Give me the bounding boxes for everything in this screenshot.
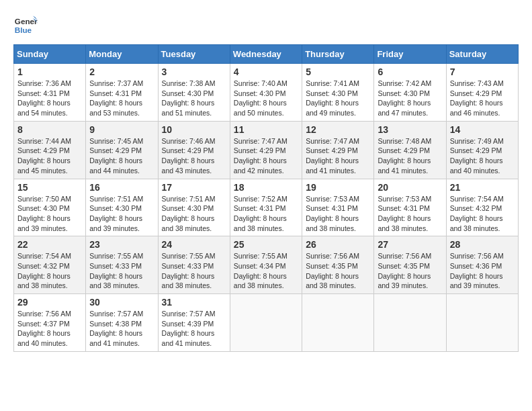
weekday-header-wednesday: Wednesday: [230, 45, 302, 64]
calendar-cell: 16Sunrise: 7:51 AMSunset: 4:30 PMDayligh…: [86, 179, 158, 236]
day-info: Sunrise: 7:40 AMSunset: 4:30 PMDaylight:…: [234, 79, 298, 118]
calendar-cell: 29Sunrise: 7:56 AMSunset: 4:37 PMDayligh…: [14, 294, 86, 352]
calendar-week-row: 15Sunrise: 7:50 AMSunset: 4:30 PMDayligh…: [14, 179, 519, 236]
calendar-cell: 21Sunrise: 7:54 AMSunset: 4:32 PMDayligh…: [446, 179, 518, 236]
day-number: 25: [234, 239, 298, 250]
calendar-cell: 15Sunrise: 7:50 AMSunset: 4:30 PMDayligh…: [14, 179, 86, 236]
day-number: 20: [378, 182, 442, 193]
day-info: Sunrise: 7:57 AMSunset: 4:38 PMDaylight:…: [89, 309, 154, 349]
day-info: Sunrise: 7:43 AMSunset: 4:29 PMDaylight:…: [450, 79, 515, 118]
day-number: 28: [450, 239, 515, 250]
day-info: Sunrise: 7:38 AMSunset: 4:30 PMDaylight:…: [162, 79, 226, 118]
day-info: Sunrise: 7:53 AMSunset: 4:31 PMDaylight:…: [378, 194, 442, 234]
day-info: Sunrise: 7:51 AMSunset: 4:30 PMDaylight:…: [89, 194, 154, 234]
day-info: Sunrise: 7:45 AMSunset: 4:29 PMDaylight:…: [89, 136, 154, 176]
day-info: Sunrise: 7:41 AMSunset: 4:30 PMDaylight:…: [306, 79, 370, 118]
calendar-cell: [230, 294, 302, 352]
calendar-cell: 27Sunrise: 7:56 AMSunset: 4:35 PMDayligh…: [374, 236, 446, 294]
calendar-cell: 18Sunrise: 7:52 AMSunset: 4:31 PMDayligh…: [230, 179, 302, 236]
day-info: Sunrise: 7:54 AMSunset: 4:32 PMDaylight:…: [17, 251, 82, 291]
day-number: 1: [17, 66, 82, 77]
calendar-cell: [374, 294, 446, 352]
day-info: Sunrise: 7:46 AMSunset: 4:29 PMDaylight:…: [162, 136, 226, 176]
day-number: 18: [234, 182, 298, 193]
day-info: Sunrise: 7:55 AMSunset: 4:33 PMDaylight:…: [89, 251, 154, 291]
day-number: 6: [378, 66, 442, 77]
svg-text:Blue: Blue: [15, 26, 32, 34]
weekday-header-friday: Friday: [374, 45, 446, 64]
calendar-cell: 5Sunrise: 7:41 AMSunset: 4:30 PMDaylight…: [302, 64, 374, 122]
day-number: 26: [306, 239, 370, 250]
day-info: Sunrise: 7:56 AMSunset: 4:36 PMDaylight:…: [450, 251, 515, 291]
weekday-header-tuesday: Tuesday: [158, 45, 230, 64]
calendar-cell: 14Sunrise: 7:49 AMSunset: 4:29 PMDayligh…: [446, 121, 518, 179]
calendar-cell: 11Sunrise: 7:47 AMSunset: 4:29 PMDayligh…: [230, 121, 302, 179]
day-info: Sunrise: 7:54 AMSunset: 4:32 PMDaylight:…: [450, 194, 515, 234]
day-info: Sunrise: 7:55 AMSunset: 4:33 PMDaylight:…: [162, 251, 226, 291]
calendar-cell: 31Sunrise: 7:57 AMSunset: 4:39 PMDayligh…: [158, 294, 230, 352]
day-info: Sunrise: 7:47 AMSunset: 4:29 PMDaylight:…: [306, 136, 370, 176]
day-info: Sunrise: 7:47 AMSunset: 4:29 PMDaylight:…: [234, 136, 298, 176]
calendar-week-row: 1Sunrise: 7:36 AMSunset: 4:31 PMDaylight…: [14, 64, 519, 122]
logo: General Blue: [13, 13, 40, 38]
weekday-header-thursday: Thursday: [302, 45, 374, 64]
day-number: 5: [306, 66, 370, 77]
calendar-cell: 12Sunrise: 7:47 AMSunset: 4:29 PMDayligh…: [302, 121, 374, 179]
calendar-cell: 7Sunrise: 7:43 AMSunset: 4:29 PMDaylight…: [446, 64, 518, 122]
calendar-cell: 19Sunrise: 7:53 AMSunset: 4:31 PMDayligh…: [302, 179, 374, 236]
day-info: Sunrise: 7:37 AMSunset: 4:31 PMDaylight:…: [89, 79, 154, 118]
calendar-cell: 26Sunrise: 7:56 AMSunset: 4:35 PMDayligh…: [302, 236, 374, 294]
calendar-header-row: SundayMondayTuesdayWednesdayThursdayFrid…: [14, 45, 519, 64]
day-number: 9: [89, 124, 154, 135]
calendar-cell: 24Sunrise: 7:55 AMSunset: 4:33 PMDayligh…: [158, 236, 230, 294]
calendar-cell: [446, 294, 518, 352]
calendar-cell: 10Sunrise: 7:46 AMSunset: 4:29 PMDayligh…: [158, 121, 230, 179]
page-header: General Blue: [13, 13, 519, 38]
weekday-header-saturday: Saturday: [446, 45, 518, 64]
day-number: 14: [450, 124, 515, 135]
day-number: 12: [306, 124, 370, 135]
calendar-cell: 23Sunrise: 7:55 AMSunset: 4:33 PMDayligh…: [86, 236, 158, 294]
svg-text:General: General: [15, 17, 38, 26]
calendar-cell: 8Sunrise: 7:44 AMSunset: 4:29 PMDaylight…: [14, 121, 86, 179]
day-info: Sunrise: 7:56 AMSunset: 4:35 PMDaylight:…: [306, 251, 370, 291]
calendar-cell: [302, 294, 374, 352]
day-number: 8: [17, 124, 82, 135]
day-number: 2: [89, 66, 154, 77]
calendar-cell: 30Sunrise: 7:57 AMSunset: 4:38 PMDayligh…: [86, 294, 158, 352]
calendar-cell: 22Sunrise: 7:54 AMSunset: 4:32 PMDayligh…: [14, 236, 86, 294]
day-number: 4: [234, 66, 298, 77]
day-number: 15: [17, 182, 82, 193]
calendar-week-row: 22Sunrise: 7:54 AMSunset: 4:32 PMDayligh…: [14, 236, 519, 294]
day-number: 17: [162, 182, 226, 193]
day-number: 10: [162, 124, 226, 135]
day-info: Sunrise: 7:50 AMSunset: 4:30 PMDaylight:…: [17, 194, 82, 234]
calendar-cell: 4Sunrise: 7:40 AMSunset: 4:30 PMDaylight…: [230, 64, 302, 122]
calendar-cell: 6Sunrise: 7:42 AMSunset: 4:30 PMDaylight…: [374, 64, 446, 122]
day-info: Sunrise: 7:55 AMSunset: 4:34 PMDaylight:…: [234, 251, 298, 291]
calendar-cell: 13Sunrise: 7:48 AMSunset: 4:29 PMDayligh…: [374, 121, 446, 179]
day-number: 7: [450, 66, 515, 77]
calendar-cell: 20Sunrise: 7:53 AMSunset: 4:31 PMDayligh…: [374, 179, 446, 236]
day-info: Sunrise: 7:57 AMSunset: 4:39 PMDaylight:…: [162, 309, 226, 349]
day-info: Sunrise: 7:51 AMSunset: 4:30 PMDaylight:…: [162, 194, 226, 234]
day-number: 24: [162, 239, 226, 250]
day-info: Sunrise: 7:49 AMSunset: 4:29 PMDaylight:…: [450, 136, 515, 176]
day-number: 22: [17, 239, 82, 250]
calendar-table: SundayMondayTuesdayWednesdayThursdayFrid…: [13, 44, 519, 352]
day-number: 23: [89, 239, 154, 250]
day-number: 21: [450, 182, 515, 193]
day-number: 31: [162, 297, 226, 308]
weekday-header-sunday: Sunday: [14, 45, 86, 64]
day-info: Sunrise: 7:52 AMSunset: 4:31 PMDaylight:…: [234, 194, 298, 234]
calendar-cell: 17Sunrise: 7:51 AMSunset: 4:30 PMDayligh…: [158, 179, 230, 236]
day-info: Sunrise: 7:44 AMSunset: 4:29 PMDaylight:…: [17, 136, 82, 176]
calendar-cell: 1Sunrise: 7:36 AMSunset: 4:31 PMDaylight…: [14, 64, 86, 122]
day-number: 11: [234, 124, 298, 135]
calendar-week-row: 29Sunrise: 7:56 AMSunset: 4:37 PMDayligh…: [14, 294, 519, 352]
logo-icon: General Blue: [13, 13, 38, 38]
calendar-cell: 3Sunrise: 7:38 AMSunset: 4:30 PMDaylight…: [158, 64, 230, 122]
weekday-header-monday: Monday: [86, 45, 158, 64]
day-number: 16: [89, 182, 154, 193]
calendar-cell: 25Sunrise: 7:55 AMSunset: 4:34 PMDayligh…: [230, 236, 302, 294]
